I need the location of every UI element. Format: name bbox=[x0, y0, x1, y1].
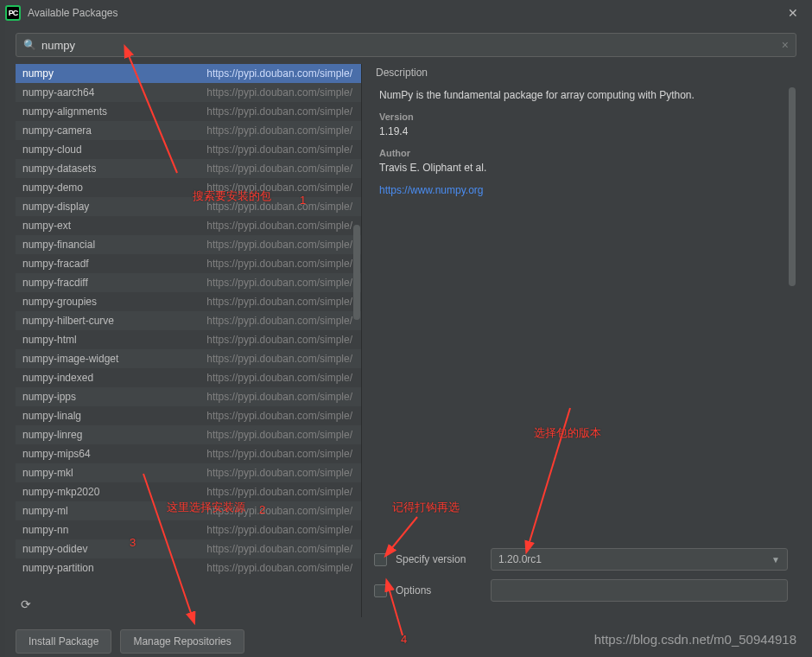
package-row[interactable]: numpy-displayhttps://pypi.douban.com/sim… bbox=[16, 197, 361, 216]
version-select[interactable]: 1.20.0rc1 ▼ bbox=[491, 548, 788, 571]
author-label: Author bbox=[379, 148, 795, 158]
panel-divider bbox=[361, 64, 362, 617]
package-repo-url: https://pypi.douban.com/simple/ bbox=[206, 353, 352, 365]
options-input[interactable] bbox=[491, 579, 788, 602]
package-name: numpy-ipps bbox=[22, 391, 76, 403]
version-label: Version bbox=[379, 112, 795, 122]
package-repo-url: https://pypi.douban.com/simple/ bbox=[206, 163, 352, 175]
package-name: numpy-cloud bbox=[22, 144, 82, 156]
package-name: numpy-mkp2020 bbox=[22, 486, 99, 498]
package-row[interactable]: numpy-demohttps://pypi.douban.com/simple… bbox=[16, 178, 361, 197]
refresh-bar: ⟳ bbox=[16, 591, 361, 617]
version-select-value: 1.20.0rc1 bbox=[498, 553, 542, 565]
desc-scrollbar-track bbox=[788, 87, 796, 571]
package-row[interactable]: numpy-fracadfhttps://pypi.douban.com/sim… bbox=[16, 254, 361, 273]
package-row[interactable]: numpy-nnhttps://pypi.douban.com/simple/ bbox=[16, 520, 361, 539]
package-row[interactable]: numpy-ippshttps://pypi.douban.com/simple… bbox=[16, 387, 361, 406]
options-checkbox[interactable] bbox=[374, 584, 387, 597]
package-row[interactable]: numpy-financialhttps://pypi.douban.com/s… bbox=[16, 235, 361, 254]
refresh-icon[interactable]: ⟳ bbox=[21, 597, 31, 611]
package-list[interactable]: numpyhttps://pypi.douban.com/simple/nump… bbox=[16, 64, 361, 591]
description-text: NumPy is the fundamental package for arr… bbox=[379, 89, 795, 101]
package-repo-url: https://pypi.douban.com/simple/ bbox=[206, 124, 352, 137]
package-repo-url: https://pypi.douban.com/simple/ bbox=[206, 201, 352, 213]
close-icon[interactable]: ✕ bbox=[783, 3, 803, 23]
package-row[interactable]: numpy-camerahttps://pypi.douban.com/simp… bbox=[16, 121, 361, 140]
search-icon: 🔍 bbox=[23, 39, 36, 51]
package-row[interactable]: numpy-mlhttps://pypi.douban.com/simple/ bbox=[16, 501, 361, 520]
package-row[interactable]: numpy-linalghttps://pypi.douban.com/simp… bbox=[16, 406, 361, 425]
titlebar-left: PC Available Packages bbox=[5, 5, 118, 21]
package-repo-url: https://pypi.douban.com/simple/ bbox=[206, 220, 352, 232]
package-row[interactable]: numpy-odidevhttps://pypi.douban.com/simp… bbox=[16, 539, 361, 558]
install-package-button[interactable]: Install Package bbox=[16, 629, 111, 654]
package-repo-url: https://pypi.douban.com/simple/ bbox=[206, 410, 352, 422]
search-input[interactable] bbox=[41, 39, 782, 52]
package-row[interactable]: numpy-mklhttps://pypi.douban.com/simple/ bbox=[16, 463, 361, 482]
scrollbar-track bbox=[352, 64, 361, 591]
package-row[interactable]: numpy-indexedhttps://pypi.douban.com/sim… bbox=[16, 368, 361, 387]
package-repo-url: https://pypi.douban.com/simple/ bbox=[206, 562, 352, 574]
package-name: numpy bbox=[22, 67, 54, 80]
package-name: numpy-odidev bbox=[22, 543, 87, 555]
package-repo-url: https://pypi.douban.com/simple/ bbox=[206, 448, 352, 460]
package-row[interactable]: numpy-mips64https://pypi.douban.com/simp… bbox=[16, 444, 361, 463]
package-repo-url: https://pypi.douban.com/simple/ bbox=[206, 467, 352, 479]
package-list-panel: numpyhttps://pypi.douban.com/simple/nump… bbox=[16, 64, 361, 617]
package-row[interactable]: numpy-htmlhttps://pypi.douban.com/simple… bbox=[16, 330, 361, 349]
desc-scrollbar-thumb[interactable] bbox=[789, 87, 796, 286]
package-repo-url: https://pypi.douban.com/simple/ bbox=[206, 144, 352, 156]
package-name: numpy-camera bbox=[22, 124, 92, 137]
package-repo-url: https://pypi.douban.com/simple/ bbox=[206, 429, 352, 441]
package-name: numpy-datasets bbox=[22, 163, 96, 175]
description-body: NumPy is the fundamental package for arr… bbox=[374, 87, 796, 617]
package-repo-url: https://pypi.douban.com/simple/ bbox=[206, 372, 352, 384]
search-box[interactable]: 🔍 × bbox=[16, 33, 796, 57]
main-content: numpyhttps://pypi.douban.com/simple/nump… bbox=[0, 64, 812, 617]
description-heading: Description bbox=[374, 64, 796, 87]
package-row[interactable]: numpyhttps://pypi.douban.com/simple/ bbox=[16, 64, 361, 83]
package-repo-url: https://pypi.douban.com/simple/ bbox=[206, 296, 352, 308]
specify-version-label: Specify version bbox=[396, 553, 482, 565]
search-row: 🔍 × bbox=[0, 26, 812, 64]
package-repo-url: https://pypi.douban.com/simple/ bbox=[206, 239, 352, 251]
package-row[interactable]: numpy-datasetshttps://pypi.douban.com/si… bbox=[16, 159, 361, 178]
package-name: numpy-indexed bbox=[22, 372, 93, 384]
package-repo-url: https://pypi.douban.com/simple/ bbox=[206, 258, 352, 270]
package-name: numpy-ext bbox=[22, 220, 71, 232]
package-row[interactable]: numpy-cloudhttps://pypi.douban.com/simpl… bbox=[16, 140, 361, 159]
options-row: Options bbox=[374, 579, 788, 602]
package-row[interactable]: numpy-hilbert-curvehttps://pypi.douban.c… bbox=[16, 311, 361, 330]
package-name: numpy-linalg bbox=[22, 410, 81, 422]
package-row[interactable]: numpy-alignmentshttps://pypi.douban.com/… bbox=[16, 102, 361, 121]
homepage-link[interactable]: https://www.numpy.org bbox=[379, 184, 484, 196]
pycharm-logo-icon: PC bbox=[5, 5, 21, 21]
package-name: numpy-linreg bbox=[22, 429, 82, 441]
chevron-down-icon: ▼ bbox=[771, 555, 780, 565]
package-name: numpy-fracdiff bbox=[22, 277, 88, 289]
package-repo-url: https://pypi.douban.com/simple/ bbox=[206, 86, 352, 99]
package-name: numpy-html bbox=[22, 334, 77, 346]
package-name: numpy-mkl bbox=[22, 467, 73, 479]
package-row[interactable]: numpy-mkp2020https://pypi.douban.com/sim… bbox=[16, 482, 361, 501]
watermark-text: https://blog.csdn.net/m0_50944918 bbox=[594, 632, 796, 647]
package-row[interactable]: numpy-fracdiffhttps://pypi.douban.com/si… bbox=[16, 273, 361, 292]
package-row[interactable]: numpy-linreghttps://pypi.douban.com/simp… bbox=[16, 425, 361, 444]
manage-repositories-button[interactable]: Manage Repositories bbox=[120, 629, 244, 654]
package-repo-url: https://pypi.douban.com/simple/ bbox=[206, 486, 352, 498]
clear-icon[interactable]: × bbox=[782, 38, 789, 52]
package-row[interactable]: numpy-image-widgethttps://pypi.douban.co… bbox=[16, 349, 361, 368]
package-name: numpy-hilbert-curve bbox=[22, 315, 114, 327]
specify-version-checkbox[interactable] bbox=[374, 553, 387, 566]
package-row[interactable]: numpy-exthttps://pypi.douban.com/simple/ bbox=[16, 216, 361, 235]
author-value: Travis E. Oliphant et al. bbox=[379, 162, 795, 174]
package-repo-url: https://pypi.douban.com/simple/ bbox=[206, 524, 352, 536]
specify-version-row: Specify version 1.20.0rc1 ▼ bbox=[374, 548, 788, 571]
package-name: numpy-display bbox=[22, 201, 89, 213]
scrollbar-thumb[interactable] bbox=[353, 225, 360, 320]
package-row[interactable]: numpy-aarch64https://pypi.douban.com/sim… bbox=[16, 83, 361, 102]
package-repo-url: https://pypi.douban.com/simple/ bbox=[206, 391, 352, 403]
package-row[interactable]: numpy-partitionhttps://pypi.douban.com/s… bbox=[16, 558, 361, 577]
package-row[interactable]: numpy-groupieshttps://pypi.douban.com/si… bbox=[16, 292, 361, 311]
package-name: numpy-nn bbox=[22, 524, 68, 536]
